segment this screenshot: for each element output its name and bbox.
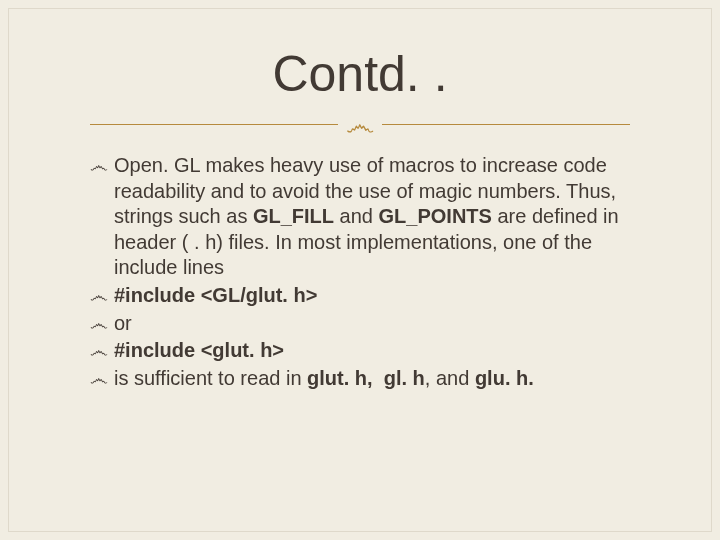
bullet-icon: ෴ [90,284,108,308]
divider-rule-right [382,124,630,125]
slide: Contd. . ෴ ෴Open. GL makes heavy use of … [0,0,720,540]
flourish-icon: ෴ [338,110,382,140]
content-list: ෴Open. GL makes heavy use of macros to i… [90,153,630,391]
divider-rule-left [90,124,338,125]
list-item: ෴Open. GL makes heavy use of macros to i… [90,153,630,281]
title-divider: ෴ [90,109,630,139]
bullet-icon: ෴ [90,367,108,391]
list-item-text: #include <GL/glut. h> [114,283,630,309]
bullet-icon: ෴ [90,154,108,178]
list-item: ෴is sufficient to read in glut. h, gl. h… [90,366,630,392]
list-item: ෴#include <glut. h> [90,338,630,364]
bullet-icon: ෴ [90,312,108,336]
list-item: ෴#include <GL/glut. h> [90,283,630,309]
bullet-icon: ෴ [90,339,108,363]
list-item-text: #include <glut. h> [114,338,630,364]
list-item-text: or [114,311,630,337]
list-item-text: is sufficient to read in glut. h, gl. h,… [114,366,630,392]
slide-title: Contd. . [90,45,630,103]
list-item-text: Open. GL makes heavy use of macros to in… [114,153,630,281]
list-item: ෴or [90,311,630,337]
